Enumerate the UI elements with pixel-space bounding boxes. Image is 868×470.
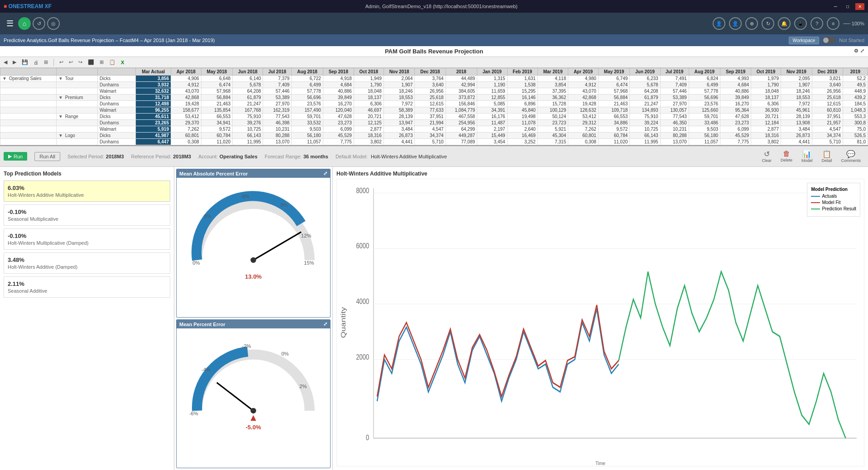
col-header-apr2018: Apr 2018	[171, 68, 201, 76]
settings-icon[interactable]: ⚙	[854, 48, 858, 54]
model-item-3[interactable]: 3.48% Holt-Winters Additive (Damped)	[4, 252, 170, 274]
col-header-aug2018: Aug 2018	[292, 68, 323, 76]
workspace-button[interactable]: Workspace	[789, 37, 820, 44]
user-profile-button[interactable]: 👤	[713, 17, 725, 30]
settings-button[interactable]: ≡	[827, 17, 839, 30]
delete-button[interactable]: 🗑 Delete	[777, 148, 796, 165]
table-row: ▼ Logo Dicks 41,987 60,80160,78466,14380…	[0, 133, 868, 139]
table-row: Dunhams 6,447 0,30811,02011,99513,07011,…	[0, 139, 868, 145]
group-label-logo[interactable]: ▼ Logo	[56, 133, 97, 139]
toolbar-actions: ↺ Clear 🗑 Delete 📊 Model 📋 Detail 💬 Comm…	[758, 148, 864, 165]
network-button[interactable]: ⊕	[745, 17, 758, 30]
pam-header-icons: ⚙ ⤢	[854, 48, 864, 54]
stop-button[interactable]: ◎	[47, 17, 60, 30]
model-button[interactable]: 📊 Model	[798, 148, 816, 165]
undo-alt-button[interactable]: ↩	[67, 58, 75, 66]
run-button[interactable]: ▶ Run	[4, 152, 27, 161]
clear-button[interactable]: ↺ Clear	[758, 148, 775, 165]
excel-button[interactable]: X	[119, 59, 126, 66]
detail-icon: 📋	[822, 150, 831, 158]
expand-icon[interactable]: ⤢	[860, 48, 864, 54]
maximize-button[interactable]: □	[844, 3, 852, 10]
user-settings-button[interactable]: 👤	[729, 17, 742, 30]
col-header-sep2019: Sep 2019	[720, 68, 751, 76]
model-item-0[interactable]: 6.03% Holt-Winters Additive Multiplicati…	[4, 180, 170, 202]
help-button[interactable]: ?	[810, 17, 823, 30]
svg-text:2%: 2%	[299, 384, 307, 389]
group-label-tour[interactable]: ▼ Tour	[56, 76, 97, 82]
row-label-dicks-3: Dicks	[97, 114, 135, 120]
minimize-button[interactable]: ─	[831, 3, 840, 10]
cell-1-10: 44,489	[446, 76, 477, 82]
model-item-1[interactable]: -0.10% Seasonal Multiplicative	[4, 204, 170, 226]
gauge-mape-box: Mean Absolute Percent Error ⤢ 0% 3% 6% 9…	[176, 169, 331, 318]
comments-button[interactable]: 💬 Comments	[837, 148, 864, 165]
detail-button[interactable]: 📋 Detail	[818, 148, 835, 165]
row-label-dunhams-1: Dunhams	[97, 82, 135, 88]
svg-text:9%: 9%	[280, 202, 288, 208]
filter-button[interactable]: ⊞	[98, 58, 106, 66]
model-pct-1: -0.10%	[8, 209, 166, 215]
gauge-mpe-header: Mean Percent Error ⤢	[177, 320, 330, 328]
print-button[interactable]: 🖨	[32, 59, 40, 66]
legend-model-fit: Model Fit	[811, 200, 856, 205]
refresh-button[interactable]: ↺	[33, 17, 45, 30]
svg-text:-6%: -6%	[189, 411, 198, 416]
collapse-button[interactable]: ⬛	[86, 58, 96, 66]
col-header-sep2018: Sep 2018	[323, 68, 354, 76]
run-all-button[interactable]: Run All	[34, 152, 60, 161]
bell-button[interactable]: 🔔	[778, 17, 791, 30]
model-pct-3: 3.48%	[8, 256, 166, 263]
tablet-button[interactable]: 📱	[794, 17, 807, 30]
app-toolbar: ☰ ⌂ ↺ ◎ 👤 👤 ⊕ ↻ 🔔 📱 ? ≡ ── 100%	[0, 13, 868, 34]
toggle-track[interactable]	[823, 37, 835, 43]
layout-button[interactable]: ⊞	[42, 58, 50, 66]
data-grid[interactable]: Mar Actual Apr 2018 May 2018 Jun 2018 Ju…	[0, 68, 868, 146]
forward-button[interactable]: ▶	[11, 58, 18, 66]
back-button[interactable]: ◀	[2, 58, 9, 66]
gauge-mape-expand[interactable]: ⤢	[323, 171, 327, 176]
col-header-may2018: May 2018	[201, 68, 232, 76]
chart-legend: Model Prediction Actuals Model Fit Predi…	[807, 183, 860, 217]
svg-text:-2%: -2%	[242, 343, 251, 349]
group-label-operating-sales[interactable]: ▼ Operating Sales	[0, 76, 57, 82]
legend-line-prediction-result	[811, 209, 820, 209]
chart-title: Holt-Winters Additive Multiplicative	[336, 171, 864, 177]
cell-1-19: 4,993	[720, 76, 751, 82]
col-header-group1	[0, 68, 57, 76]
undo-button[interactable]: ↩	[58, 58, 65, 66]
toggle-switch[interactable]	[823, 37, 835, 43]
col-header-jun2018: Jun 2018	[233, 68, 263, 76]
close-button[interactable]: ✕	[855, 3, 864, 10]
cell-1-2: 6,648	[201, 76, 232, 82]
toggle-thumb	[823, 38, 829, 43]
main-content: PAM Golf Balls Revenue Projection ⚙ ⤢ ◀ …	[0, 46, 868, 470]
redo-button[interactable]: ↪	[77, 58, 84, 66]
model-name-3: Holt-Winters Additive (Damped)	[8, 264, 166, 270]
title-bar-right: ─ □ ✕	[831, 3, 864, 10]
save-button[interactable]: 💾	[20, 58, 30, 66]
hamburger-menu-button[interactable]: ☰	[4, 17, 16, 30]
predictions-area: Top Prediction Models 6.03% Holt-Winters…	[0, 167, 868, 470]
table-row: ▼ Range Dicks 45,611 53,41266,55375,9107…	[0, 114, 868, 120]
row-label-dicks-1: Dicks	[97, 76, 135, 82]
model-list-panel: Top Prediction Models 6.03% Holt-Winters…	[0, 167, 174, 470]
row-group-empty1	[0, 82, 57, 88]
gauge-mpe-expand[interactable]: ⤢	[323, 321, 327, 327]
top-models-title: Top Prediction Models	[4, 171, 170, 177]
col-header-dec2018: Dec 2018	[415, 68, 446, 76]
run-info: Selected Period: 2018M3 Reference Period…	[67, 154, 328, 159]
model-item-4[interactable]: 2.11% Seasonal Additive	[4, 276, 170, 298]
home-button[interactable]: ⌂	[18, 17, 31, 30]
table-row: ▼ Operating Sales ▼ Tour Dicks 3,856 4,9…	[0, 76, 868, 82]
group-label-range[interactable]: ▼ Range	[56, 114, 97, 120]
col-header-apr2019: Apr 2019	[568, 68, 599, 76]
col-header-jul2019: Jul 2019	[660, 68, 689, 76]
col-header-2018: 2018	[446, 68, 477, 76]
model-item-2[interactable]: -0.10% Holt-Winters Multiplicative (Damp…	[4, 228, 170, 250]
group-label-premium[interactable]: ▼ Premium	[56, 95, 97, 101]
svg-text:12%: 12%	[301, 233, 311, 238]
sync-button[interactable]: ↻	[762, 17, 774, 30]
row-label-walmart-2: Walmart	[97, 107, 135, 114]
copy-button[interactable]: 📋	[107, 58, 117, 66]
